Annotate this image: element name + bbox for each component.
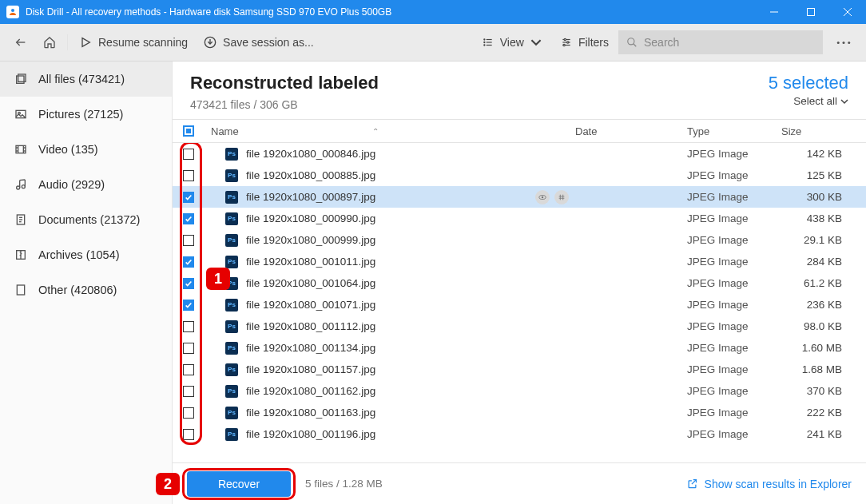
sidebar-label: Other (420806) <box>38 284 117 296</box>
pictures-icon <box>14 108 27 121</box>
row-checkbox[interactable] <box>183 256 194 268</box>
table-row[interactable]: Psfile 1920x1080_000846.jpgJPEG Image142… <box>173 143 866 165</box>
filters-label: Filters <box>578 36 609 49</box>
photoshop-file-icon: Ps <box>225 320 238 333</box>
row-checkbox[interactable] <box>183 149 194 160</box>
chevron-down-icon <box>530 37 542 48</box>
table-row[interactable]: Psfile 1920x1080_001162.jpgJPEG Image370… <box>173 380 866 402</box>
file-size: 29.1 KB <box>781 234 853 246</box>
file-size: 370 KB <box>781 385 853 397</box>
more-button[interactable] <box>828 41 860 45</box>
column-size[interactable]: Size <box>781 125 853 137</box>
sidebar-item-video[interactable]: Video (135) <box>0 132 172 167</box>
file-size: 222 KB <box>781 407 853 419</box>
chevron-down-icon <box>840 97 848 105</box>
file-list: 1 Psfile 1920x1080_000846.jpgJPEG Image1… <box>173 143 866 462</box>
row-checkbox[interactable] <box>183 235 194 246</box>
external-link-icon <box>686 478 698 490</box>
search-input[interactable]: Search <box>618 30 823 54</box>
select-all-button[interactable]: Select all <box>769 95 848 107</box>
file-name: file 1920x1080_001134.jpg <box>246 342 375 354</box>
file-type: JPEG Image <box>687 191 781 203</box>
sidebar-label: Audio (2929) <box>38 178 105 191</box>
svg-point-14 <box>484 45 485 46</box>
back-button[interactable] <box>6 28 35 57</box>
file-size: 241 KB <box>781 428 853 440</box>
footer: 2 Recover 5 files / 1.28 MB Show scan re… <box>173 462 866 504</box>
sidebar-item-other[interactable]: Other (420806) <box>0 272 172 308</box>
audio-icon <box>14 178 27 191</box>
svg-point-53 <box>542 196 544 198</box>
column-date[interactable]: Date <box>575 125 687 137</box>
row-checkbox[interactable] <box>183 386 194 397</box>
maximize-button[interactable] <box>793 0 829 24</box>
table-row[interactable]: Psfile 1920x1080_001011.jpgJPEG Image284… <box>173 251 866 272</box>
row-checkbox[interactable] <box>183 364 194 375</box>
row-checkbox[interactable] <box>183 192 194 203</box>
sidebar-item-all-files[interactable]: All files (473421) <box>0 62 172 97</box>
view-dropdown[interactable]: View <box>473 36 551 49</box>
sidebar-item-pictures[interactable]: Pictures (27125) <box>0 97 172 132</box>
header-checkbox[interactable] <box>183 125 194 137</box>
show-in-explorer-link[interactable]: Show scan results in Explorer <box>686 478 852 490</box>
sidebar-item-documents[interactable]: Documents (21372) <box>0 202 172 237</box>
table-row[interactable]: Psfile 1920x1080_001071.jpgJPEG Image236… <box>173 294 866 315</box>
file-name: file 1920x1080_001112.jpg <box>246 320 375 332</box>
file-size: 438 KB <box>781 212 853 224</box>
file-type: JPEG Image <box>687 428 781 440</box>
file-size: 300 KB <box>781 191 853 203</box>
column-name[interactable]: Name ⌃ <box>205 125 575 137</box>
recover-button[interactable]: Recover <box>187 471 291 497</box>
resume-scanning-button[interactable]: Resume scanning <box>71 28 196 57</box>
column-type[interactable]: Type <box>687 125 781 137</box>
table-row[interactable]: Psfile 1920x1080_000885.jpgJPEG Image125… <box>173 165 866 186</box>
other-icon <box>14 284 27 296</box>
window-title: Disk Drill - All recovery methods - Hard… <box>26 6 756 18</box>
svg-point-13 <box>484 42 485 42</box>
documents-icon <box>14 213 27 226</box>
table-row[interactable]: Psfile 1920x1080_001196.jpgJPEG Image241… <box>173 423 866 445</box>
footer-info: 5 files / 1.28 MB <box>305 478 383 490</box>
minimize-button[interactable] <box>756 0 793 24</box>
file-type: JPEG Image <box>687 148 781 160</box>
home-button[interactable] <box>35 28 64 57</box>
close-button[interactable] <box>829 0 866 24</box>
table-row[interactable]: Psfile 1920x1080_001064.jpgJPEG Image61.… <box>173 272 866 294</box>
row-checkbox[interactable] <box>183 429 194 440</box>
table-row[interactable]: Psfile 1920x1080_001157.jpgJPEG Image1.6… <box>173 359 866 380</box>
svg-point-12 <box>484 39 485 40</box>
row-checkbox[interactable] <box>183 278 194 289</box>
file-type: JPEG Image <box>687 320 781 332</box>
file-size: 142 KB <box>781 148 853 160</box>
filters-button[interactable]: Filters <box>551 36 618 49</box>
file-size: 1.68 MB <box>781 363 853 375</box>
photoshop-file-icon: Ps <box>225 191 238 204</box>
app-icon <box>6 6 19 18</box>
table-row[interactable]: Psfile 1920x1080_000999.jpgJPEG Image29.… <box>173 229 866 251</box>
sidebar-label: Video (135) <box>38 143 98 156</box>
table-row[interactable]: Psfile 1920x1080_001163.jpgJPEG Image222… <box>173 402 866 423</box>
file-type: JPEG Image <box>687 256 781 268</box>
file-size: 98.0 KB <box>781 320 853 332</box>
row-checkbox[interactable] <box>183 321 194 332</box>
save-session-button[interactable]: Save session as... <box>196 28 322 57</box>
file-name: file 1920x1080_001064.jpg <box>246 277 375 289</box>
sidebar-item-audio[interactable]: Audio (2929) <box>0 167 172 202</box>
row-checkbox[interactable] <box>183 170 194 181</box>
preview-icon[interactable] <box>535 190 550 204</box>
row-checkbox[interactable] <box>183 213 194 224</box>
table-row[interactable]: Psfile 1920x1080_001112.jpgJPEG Image98.… <box>173 315 866 337</box>
photoshop-file-icon: Ps <box>225 234 238 247</box>
sidebar-item-archives[interactable]: Archives (1054) <box>0 237 172 272</box>
row-checkbox[interactable] <box>183 343 194 354</box>
row-checkbox[interactable] <box>183 300 194 311</box>
resume-label: Resume scanning <box>98 36 188 49</box>
table-row[interactable]: Psfile 1920x1080_000897.jpgJPEG Image300… <box>173 186 866 208</box>
table-row[interactable]: Psfile 1920x1080_000990.jpgJPEG Image438… <box>173 208 866 229</box>
svg-rect-51 <box>17 285 24 295</box>
video-icon <box>14 143 27 156</box>
file-size: 1.60 MB <box>781 342 853 354</box>
row-checkbox[interactable] <box>183 407 194 419</box>
hex-icon[interactable] <box>554 190 569 204</box>
table-row[interactable]: Psfile 1920x1080_001134.jpgJPEG Image1.6… <box>173 337 866 359</box>
